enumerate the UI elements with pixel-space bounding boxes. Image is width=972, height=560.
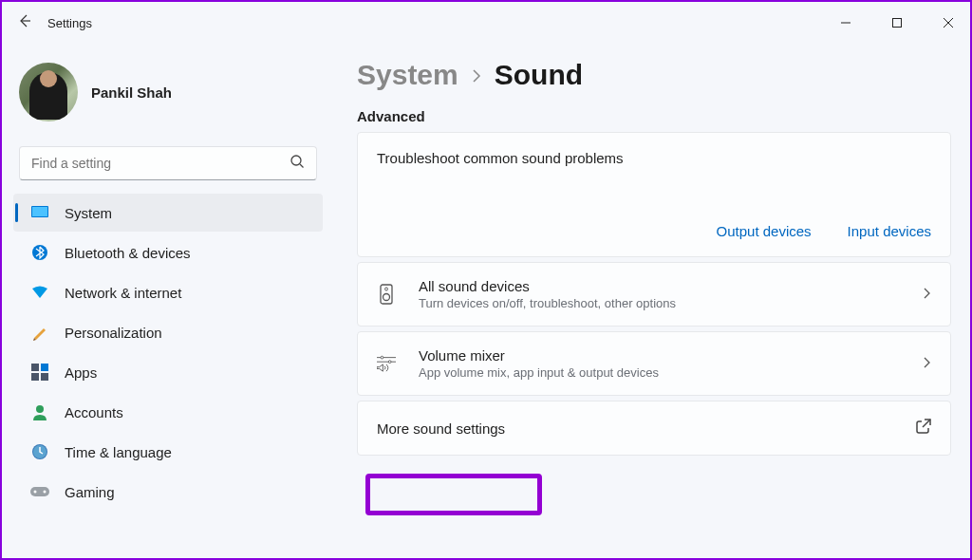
search-input[interactable] (31, 156, 290, 171)
all-sound-devices-row[interactable]: All sound devices Turn devices on/off, t… (357, 262, 951, 327)
sidebar-item-time[interactable]: Time & language (13, 433, 323, 471)
troubleshoot-card: Troubleshoot common sound problems Outpu… (357, 132, 951, 257)
svg-point-1 (291, 156, 301, 165)
row-subtitle: App volume mix, app input & output devic… (419, 365, 924, 380)
chevron-right-icon (924, 357, 931, 371)
row-title: All sound devices (419, 278, 924, 294)
svg-point-16 (385, 288, 388, 290)
titlebar: Settings (2, 2, 970, 44)
svg-rect-12 (30, 487, 49, 496)
speaker-icon (377, 285, 396, 304)
user-name: Pankil Shah (91, 84, 172, 101)
section-label: Advanced (357, 108, 951, 124)
minimize-button[interactable] (832, 9, 860, 37)
svg-rect-6 (41, 364, 48, 371)
volume-mixer-row[interactable]: Volume mixer App volume mix, app input &… (357, 331, 951, 396)
svg-point-14 (44, 491, 47, 494)
svg-point-9 (36, 405, 44, 413)
svg-rect-7 (31, 373, 39, 381)
back-button[interactable] (17, 13, 32, 32)
sidebar-item-label: Personalization (65, 325, 162, 341)
external-link-icon (916, 419, 931, 438)
sidebar-item-label: Accounts (65, 404, 123, 420)
breadcrumb: System Sound (357, 59, 951, 91)
app-title: Settings (47, 16, 92, 30)
sidebar-item-personalization[interactable]: Personalization (13, 313, 323, 351)
sidebar-item-label: Apps (65, 364, 97, 381)
svg-point-17 (383, 294, 390, 301)
content: System Sound Advanced Troubleshoot commo… (357, 59, 951, 460)
svg-point-18 (381, 356, 383, 359)
output-devices-link[interactable]: Output devices (717, 223, 812, 239)
chevron-right-icon (924, 288, 931, 302)
user-info[interactable]: Pankil Shah (11, 51, 325, 139)
breadcrumb-current: Sound (495, 59, 583, 91)
volume-mixer-icon (377, 354, 396, 373)
sidebar-item-gaming[interactable]: Gaming (13, 473, 323, 511)
row-title: More sound settings (377, 420, 505, 437)
accounts-icon (30, 402, 49, 421)
chevron-right-icon (472, 67, 481, 87)
sidebar-item-label: Network & internet (65, 285, 181, 301)
search-icon (290, 154, 305, 173)
input-devices-link[interactable]: Input devices (848, 223, 931, 239)
system-icon (30, 203, 49, 222)
sidebar-item-accounts[interactable]: Accounts (13, 393, 323, 431)
svg-rect-8 (41, 373, 48, 381)
svg-point-13 (34, 491, 37, 494)
sidebar-item-label: Gaming (65, 484, 115, 500)
row-title: Volume mixer (419, 347, 924, 364)
sidebar: Pankil Shah System Bluetooth & devices N… (11, 51, 325, 513)
avatar (19, 63, 78, 121)
sidebar-item-network[interactable]: Network & internet (13, 273, 323, 311)
sidebar-item-system[interactable]: System (13, 194, 323, 232)
sidebar-item-label: System (65, 205, 112, 221)
troubleshoot-title: Troubleshoot common sound problems (377, 150, 931, 166)
more-sound-settings-row[interactable]: More sound settings (357, 401, 951, 456)
sidebar-item-label: Bluetooth & devices (65, 245, 191, 261)
highlight-annotation (365, 474, 542, 515)
close-button[interactable] (934, 9, 963, 37)
breadcrumb-parent[interactable]: System (357, 59, 458, 91)
apps-icon (30, 363, 49, 382)
svg-point-19 (388, 361, 391, 364)
bluetooth-icon (30, 243, 49, 262)
personalization-icon (30, 323, 49, 342)
search-box[interactable] (19, 146, 317, 180)
svg-rect-0 (893, 19, 902, 28)
time-icon (30, 442, 49, 461)
svg-rect-3 (32, 207, 47, 216)
network-icon (30, 283, 49, 302)
gaming-icon (30, 482, 49, 501)
sidebar-item-bluetooth[interactable]: Bluetooth & devices (13, 233, 323, 271)
sidebar-item-label: Time & language (65, 444, 172, 460)
maximize-button[interactable] (883, 9, 911, 37)
svg-rect-5 (31, 364, 39, 371)
row-subtitle: Turn devices on/off, troubleshoot, other… (419, 296, 924, 310)
nav-list: System Bluetooth & devices Network & int… (11, 194, 325, 511)
sidebar-item-apps[interactable]: Apps (13, 353, 323, 391)
